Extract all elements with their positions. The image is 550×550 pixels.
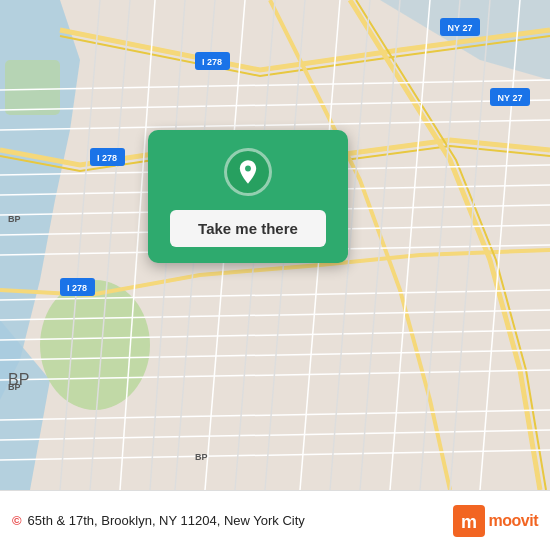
svg-text:NY 27: NY 27: [498, 93, 523, 103]
moovit-logo: m moovit: [453, 505, 538, 537]
svg-text:I 278: I 278: [67, 283, 87, 293]
svg-point-52: [245, 166, 251, 172]
osm-attribution: ©: [12, 513, 22, 528]
map-container: I 278 I 278 I 278 NY 27 NY 27 BP BP BP B…: [0, 0, 550, 490]
bottom-left: © 65th & 17th, Brooklyn, NY 11204, New Y…: [12, 513, 453, 528]
svg-text:BP: BP: [8, 214, 21, 224]
action-card: Take me there: [148, 130, 348, 263]
bottom-bar: © 65th & 17th, Brooklyn, NY 11204, New Y…: [0, 490, 550, 550]
svg-text:I 278: I 278: [202, 57, 222, 67]
moovit-icon: m: [453, 505, 485, 537]
svg-rect-5: [5, 60, 60, 115]
svg-text:NY 27: NY 27: [448, 23, 473, 33]
moovit-text: moovit: [489, 512, 538, 530]
svg-text:BP: BP: [8, 382, 21, 392]
address-text: 65th & 17th, Brooklyn, NY 11204, New Yor…: [28, 513, 305, 528]
take-me-there-button[interactable]: Take me there: [170, 210, 326, 247]
location-pin-icon: [234, 158, 262, 186]
svg-text:I 278: I 278: [97, 153, 117, 163]
svg-text:m: m: [461, 512, 477, 532]
location-icon-wrap: [224, 148, 272, 196]
svg-text:BP: BP: [195, 452, 208, 462]
